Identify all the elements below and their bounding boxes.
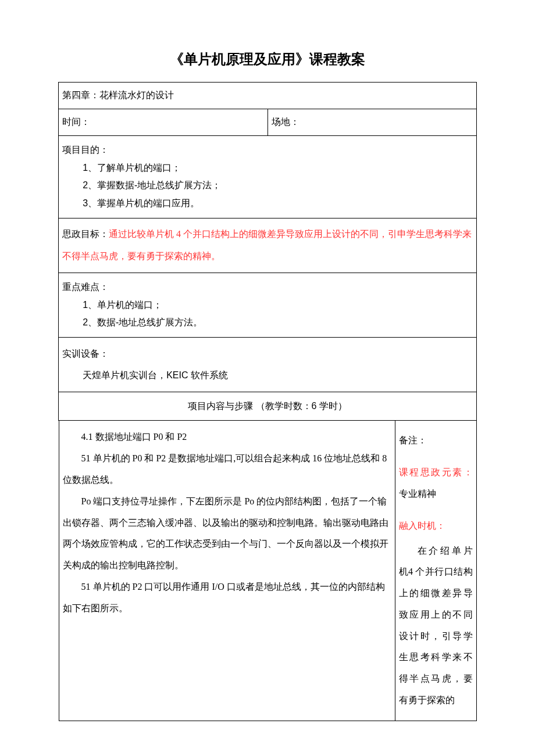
content-p1: 51 单片机的 P0 和 P2 是数据地址端口,可以组合起来构成 16 位地址总…	[63, 448, 391, 491]
keypoints-row: 重点难点： 1、单片机的端口； 2、数据-地址总线扩展方法。	[59, 273, 477, 337]
objectives-heading: 项目目的：	[62, 142, 473, 159]
ideology-row: 思政目标：通过比较单片机 4 个并口结构上的细微差异导致应用上设计的不同，引申学…	[59, 218, 477, 273]
ideology-text: 通过比较单片机 4 个并口结构上的细微差异导致应用上设计的不同，引申学生思考科学…	[62, 229, 472, 261]
main-content-cell: 4.1 数据地址端口 P0 和 P2 51 单片机的 P0 和 P2 是数据地址…	[59, 421, 395, 721]
timing-label: 融入时机：	[399, 521, 445, 531]
ideology-element-value: 专业精神	[399, 489, 436, 499]
notes-cell: 备注： 课程思政元素：专业精神 融入时机： 在介绍单片机4 个并行口结构上的细微…	[395, 421, 476, 721]
objectives-row: 项目目的： 1、了解单片机的端口； 2、掌握数据-地址总线扩展方法； 3、掌握单…	[59, 135, 477, 218]
steps-heading-text: 项目内容与步骤 （教学时数：6 学时）	[188, 401, 347, 411]
keypoints-heading: 重点难点：	[62, 279, 473, 296]
notes-heading: 备注：	[399, 430, 473, 452]
equipment-heading: 实训设备：	[62, 343, 473, 364]
content-p2: Po 端口支持位寻址操作，下左图所示是 Po 的位内部结构图，包括了一个输出锁存…	[63, 491, 391, 576]
place-cell: 场地：	[268, 109, 477, 135]
equipment-text: 天煌单片机实训台，KEIC 软件系统	[62, 365, 473, 385]
objective-item-3: 3、掌握单片机的端口应用。	[62, 195, 473, 212]
keypoint-item-1: 1、单片机的端口；	[62, 297, 473, 314]
keypoint-item-2: 2、数据-地址总线扩展方法。	[62, 314, 473, 331]
ideology-element-label: 课程思政元素：	[399, 467, 473, 477]
timing-text: 在介绍单片机4 个并行口结构上的细微差异导致应用上的不同设计时，引导学生思考科学…	[399, 540, 473, 711]
chapter-text: 第四章：花样流水灯的设计	[62, 90, 174, 100]
chapter-row: 第四章：花样流水灯的设计	[59, 83, 477, 109]
content-p3: 51 单片机的 P2 口可以用作通用 I/O 口或者是地址总线，其一位的内部结构…	[63, 576, 391, 619]
ideology-label: 思政目标：	[62, 229, 109, 239]
time-label: 时间：	[62, 117, 90, 127]
time-cell: 时间：	[59, 109, 268, 135]
objective-item-1: 1、了解单片机的端口；	[62, 160, 473, 177]
equipment-row: 实训设备： 天煌单片机实训台，KEIC 软件系统	[59, 338, 477, 392]
steps-heading-row: 项目内容与步骤 （教学时数：6 学时）	[59, 392, 477, 421]
objective-item-2: 2、掌握数据-地址总线扩展方法；	[62, 177, 473, 194]
page-title: 《单片机原理及应用》课程教案	[58, 46, 477, 71]
lesson-plan-table: 第四章：花样流水灯的设计 时间： 场地： 项目目的： 1、了解单片机的端口； 2…	[58, 82, 477, 721]
section-4-1-heading: 4.1 数据地址端口 P0 和 P2	[63, 427, 391, 448]
place-label: 场地：	[272, 117, 299, 127]
content-wrapper: 4.1 数据地址端口 P0 和 P2 51 单片机的 P0 和 P2 是数据地址…	[59, 421, 477, 721]
